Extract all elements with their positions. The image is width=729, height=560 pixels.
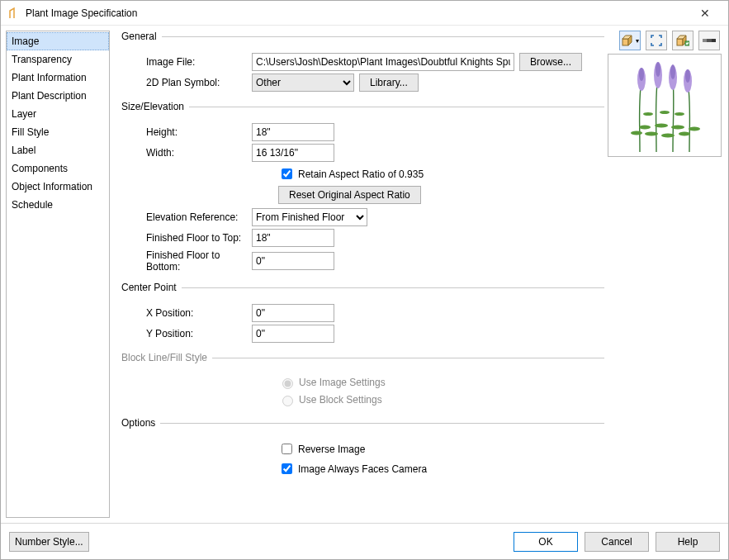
group-center-point: Center Point X Position: Y Position: (120, 282, 604, 345)
content-area: Image Transparency Plant Information Pla… (1, 26, 728, 523)
view-3d-icon[interactable]: ▾ (619, 31, 641, 50)
legend-size-elevation: Size/Elevation (120, 101, 189, 112)
label-y-position: Y Position: (120, 328, 252, 339)
select-elevation-reference[interactable]: From Finished Floor (252, 208, 367, 226)
reset-aspect-button[interactable]: Reset Original Aspect Ratio (278, 186, 421, 204)
label-height: Height: (120, 126, 252, 138)
app-icon (7, 7, 21, 20)
svg-point-28 (685, 69, 690, 83)
label-width: Width: (120, 147, 252, 159)
sidebar-item-components[interactable]: Components (7, 159, 109, 178)
preview-pane (608, 54, 722, 157)
svg-point-17 (689, 127, 700, 131)
sidebar-item-object-information[interactable]: Object Information (7, 178, 109, 196)
label-2d-plan-symbol: 2D Plan Symbol: (120, 77, 252, 88)
form-area: General Image File: Browse... 2D Plan Sy… (115, 31, 604, 487)
input-width[interactable] (252, 144, 334, 162)
main-panel: General Image File: Browse... 2D Plan Sy… (115, 31, 723, 518)
input-y-position[interactable] (252, 325, 334, 343)
dialog-window: Plant Image Specification ✕ Image Transp… (0, 0, 729, 560)
radio-use-block-settings (282, 396, 293, 406)
close-button[interactable]: ✕ (689, 1, 722, 26)
sidebar: Image Transparency Plant Information Pla… (6, 31, 110, 518)
legend-center-point: Center Point (120, 282, 182, 293)
sidebar-item-image[interactable]: Image (7, 32, 109, 50)
svg-rect-9 (712, 39, 716, 42)
sidebar-item-plant-description[interactable]: Plant Description (7, 87, 109, 105)
input-x-position[interactable] (252, 304, 334, 322)
plan-view-icon[interactable] (672, 31, 693, 50)
window-title: Plant Image Specification (26, 7, 689, 19)
svg-point-14 (661, 134, 675, 138)
radio-use-image-settings (282, 378, 293, 389)
svg-rect-3 (677, 39, 683, 45)
label-use-block-settings: Use Block Settings (299, 394, 382, 406)
label-faces-camera: Image Always Faces Camera (298, 463, 427, 475)
svg-point-15 (671, 126, 684, 130)
label-reverse-image: Reverse Image (298, 444, 365, 455)
sidebar-item-fill-style[interactable]: Fill Style (7, 123, 109, 141)
input-ff-top[interactable] (252, 229, 334, 247)
svg-point-20 (675, 112, 684, 116)
group-general: General Image File: Browse... 2D Plan Sy… (120, 31, 604, 94)
input-ff-bottom[interactable] (252, 252, 334, 270)
svg-rect-8 (703, 39, 707, 42)
legend-block-fill: Block Line/Fill Style (120, 352, 212, 363)
group-block-fill: Block Line/Fill Style Use Image Settings… (120, 352, 604, 411)
svg-point-16 (679, 132, 690, 136)
preview-column: ▾ (608, 31, 722, 157)
ok-button[interactable]: OK (514, 532, 578, 552)
svg-point-10 (631, 131, 642, 135)
svg-point-25 (639, 68, 644, 81)
group-size-elevation: Size/Elevation Height: Width: Retain Asp… (120, 101, 604, 275)
legend-general: General (120, 31, 162, 42)
help-button[interactable]: Help (656, 532, 720, 552)
label-ff-bottom: Finished Floor to Bottom: (120, 249, 252, 273)
label-x-position: X Position: (120, 307, 252, 319)
label-elevation-reference: Elevation Reference: (120, 211, 252, 223)
expand-icon[interactable] (646, 31, 667, 50)
checkbox-faces-camera[interactable] (282, 463, 292, 474)
sidebar-item-plant-information[interactable]: Plant Information (7, 69, 109, 87)
footer: Number Style... OK Cancel Help (1, 523, 728, 559)
browse-button[interactable]: Browse... (519, 53, 582, 71)
svg-point-26 (656, 62, 660, 77)
input-image-file[interactable] (252, 53, 514, 71)
sidebar-item-schedule[interactable]: Schedule (7, 196, 109, 214)
svg-point-27 (670, 64, 675, 79)
library-button[interactable]: Library... (359, 74, 419, 92)
label-image-file: Image File: (120, 56, 252, 68)
svg-point-19 (660, 111, 670, 114)
preview-plant-image (623, 55, 706, 156)
svg-point-11 (639, 126, 651, 130)
svg-rect-0 (622, 39, 628, 45)
svg-point-12 (645, 132, 658, 136)
number-style-button[interactable]: Number Style... (9, 532, 89, 552)
sidebar-item-transparency[interactable]: Transparency (7, 50, 109, 69)
input-height[interactable] (252, 123, 334, 141)
checkbox-reverse-image[interactable] (282, 444, 292, 454)
select-2d-plan-symbol[interactable]: Other (252, 74, 354, 92)
group-options: Options Reverse Image Image Always Faces… (120, 417, 604, 481)
sidebar-item-label[interactable]: Label (7, 141, 109, 159)
label-use-image-settings: Use Image Settings (299, 377, 386, 388)
svg-point-18 (643, 112, 653, 116)
checkbox-retain-aspect[interactable] (282, 168, 292, 179)
sidebar-item-layer[interactable]: Layer (7, 105, 109, 123)
legend-options: Options (120, 417, 160, 429)
label-ff-top: Finished Floor to Top: (120, 232, 252, 244)
preview-toolbar: ▾ (608, 31, 722, 54)
color-toggle-icon[interactable] (698, 31, 720, 50)
label-retain-aspect: Retain Aspect Ratio of 0.935 (298, 168, 424, 180)
titlebar: Plant Image Specification ✕ (1, 1, 728, 26)
cancel-button[interactable]: Cancel (585, 532, 649, 552)
svg-point-13 (655, 124, 668, 128)
